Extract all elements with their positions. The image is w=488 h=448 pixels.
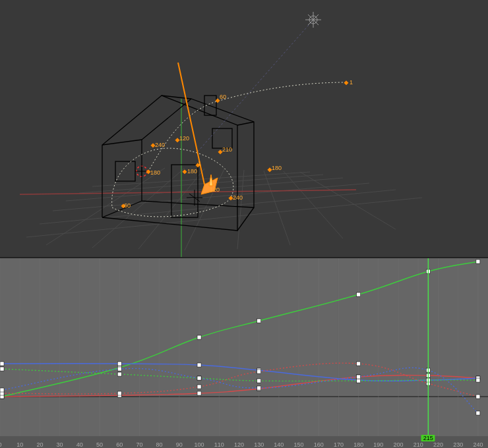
3d-viewport[interactable]: 1 60 120 180 210 240 120 180 240 1 60 18… [0,0,488,257]
keyframe-handle[interactable] [476,411,480,415]
frame-tick-label: 30 [57,441,63,448]
frame-tick-label: 10 [16,441,23,448]
frame-tick-label: 80 [156,441,163,448]
keyframe-handle[interactable] [197,363,201,367]
keyframe-handle[interactable] [257,386,261,390]
frame-tick-label: 0 [0,441,2,448]
3d-cursor [135,165,148,178]
frame-tick-label: 150 [294,441,304,448]
fcurve-y-location[interactable] [2,262,478,397]
keyframe-markers [121,80,348,208]
keyframe-handle[interactable] [357,379,361,383]
keyframe-handle[interactable] [197,376,201,380]
keyframe-handle[interactable] [197,391,201,395]
fcurves[interactable] [2,262,478,413]
svg-line-6 [46,168,165,245]
svg-rect-36 [344,80,348,85]
svg-line-5 [92,172,310,186]
grid-vertical [0,258,478,436]
keyframe-handle[interactable] [476,378,480,382]
svg-rect-20 [115,161,135,181]
keyframe-handle[interactable] [117,391,121,395]
current-frame-badge: 215 [421,435,435,441]
keyframe-handle[interactable] [476,260,480,264]
svg-rect-40 [182,169,187,174]
frame-tick-label: 200 [394,441,404,448]
frame-tick-label: 110 [214,441,224,448]
frame-tick-label: 240 [473,441,483,448]
svg-rect-42 [267,167,272,172]
keyframe-handle[interactable] [117,372,121,376]
axis-x [20,190,356,194]
frame-tick-label: 230 [453,441,463,448]
frame-tick-label: 220 [433,441,443,448]
frame-tick-label: 130 [254,441,264,448]
keyframe-handle[interactable] [357,293,361,296]
motion-path-2 [148,82,346,171]
svg-rect-21 [212,128,232,148]
svg-rect-41 [218,150,222,154]
frame-tick-label: 190 [373,441,383,448]
keyframe-handle[interactable] [197,335,201,339]
frame-tick-label: 120 [234,441,244,448]
svg-line-10 [237,170,244,249]
fcurve-x-location[interactable] [2,375,478,397]
keyframe-handles[interactable] [0,260,480,415]
frame-tick-label: 90 [176,441,183,448]
keyframe-handle[interactable] [117,367,121,371]
graph-canvas [0,258,488,448]
keyframe-handle[interactable] [476,395,480,399]
frame-tick-label: 20 [36,441,43,448]
keyframe-handle[interactable] [257,370,261,374]
frame-tick-label: 40 [76,441,83,448]
svg-line-12 [284,171,343,238]
svg-rect-38 [175,138,179,142]
keyframe-handle[interactable] [0,362,4,366]
keyframe-handle[interactable] [117,362,121,366]
svg-line-11 [264,171,290,245]
keyframe-handle[interactable] [197,385,201,389]
svg-line-0 [26,198,422,237]
svg-rect-43 [228,196,233,200]
svg-line-17 [237,122,254,125]
svg-rect-39 [150,143,155,148]
frame-tick-label: 100 [195,441,204,448]
light-ray [198,20,313,152]
sun-lamp[interactable] [305,12,321,28]
viewport-canvas [0,0,488,257]
keyframe-handle[interactable] [257,379,261,383]
frame-tick-label: 50 [96,441,103,448]
floor-grid [26,168,422,250]
frame-tick-label: 70 [136,441,142,448]
svg-line-13 [300,172,396,229]
frame-tick-label: 60 [116,441,123,448]
svg-line-1 [40,190,396,224]
keyframe-handle[interactable] [0,367,4,371]
graph-editor[interactable]: 0102030405060708090100110120130140150160… [0,258,488,448]
manipulator-line [178,63,204,184]
svg-line-7 [92,168,185,248]
keyframe-handle[interactable] [357,362,361,366]
frame-tick-label: 170 [334,441,344,448]
keyframe-handle[interactable] [357,375,361,379]
frame-tick-label: 140 [274,441,284,448]
keyframe-handle[interactable] [257,319,261,323]
frame-tick-label: 180 [353,441,363,448]
frame-tick-label: 210 [413,441,423,448]
house-wireframe[interactable] [102,96,254,231]
frame-tick-label: 160 [314,441,324,448]
keyframe-handle[interactable] [0,388,4,392]
fcurve-z-location[interactable] [2,364,478,381]
